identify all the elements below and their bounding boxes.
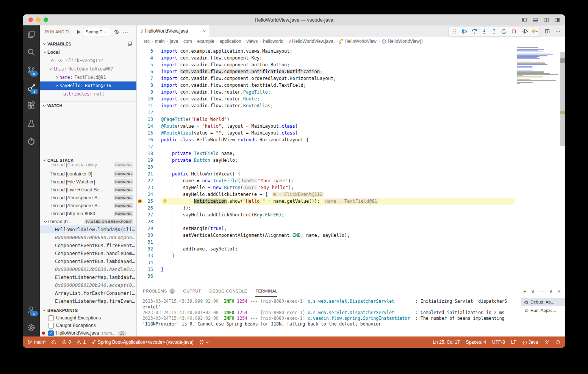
- stack-frame-row[interactable]: 0x000000080130b240.accept(Object): [40, 281, 136, 289]
- code-line-10[interactable]: 10import com.vaadin.flow.router.Route;: [137, 95, 515, 102]
- code-line-8[interactable]: 8import com.vaadin.flow.component.textfi…: [137, 82, 515, 89]
- line-number[interactable]: 12: [137, 109, 161, 116]
- code-line-text[interactable]: public HelloWorldView() {: [161, 171, 515, 177]
- layout-bottom-icon[interactable]: [532, 17, 538, 23]
- layout-grid-icon[interactable]: [554, 17, 560, 23]
- code-line-text[interactable]: [161, 239, 515, 246]
- code-line-24[interactable]: 24 sayHello.addClickListener(e → { e = C…: [137, 191, 515, 198]
- code-line-18[interactable]: 18 private TextField name;: [137, 150, 515, 157]
- variable-row-sayHello[interactable]: sayHello:Button@116: [40, 81, 136, 90]
- status-eol[interactable]: LF: [511, 340, 516, 345]
- tab-helloworldview[interactable]: J HelloWorldView.java ×: [137, 25, 210, 37]
- breadcrumb-item-helloworldview[interactable]: HelloWorldView(): [382, 39, 422, 44]
- layout-right-icon[interactable]: [543, 17, 549, 23]
- code-line-text[interactable]: import com.vaadin.flow.router.Route;: [161, 95, 515, 102]
- variable-row-e[interactable]: e:ClickEvent@112: [40, 56, 136, 65]
- code-line-19[interactable]: 19 private Button sayHello;: [137, 157, 515, 164]
- breadcrumb-item-helloworldview[interactable]: HelloWorldView: [338, 39, 376, 44]
- line-number[interactable]: 32: [137, 246, 161, 252]
- code-line-text[interactable]: setMargin(true);: [161, 225, 515, 232]
- status-publish-changes[interactable]: [51, 340, 56, 345]
- code-line-text[interactable]: [161, 273, 515, 280]
- breakpoint-row[interactable]: ✓HelloWorldView.javasrc/m...25: [40, 329, 136, 336]
- status-debug-launch[interactable]: Spring Boot-Application<vscode> (vscode-…: [91, 340, 194, 345]
- code-line-13[interactable]: 13@PageTitle("Hello World"): [137, 116, 515, 123]
- code-editor[interactable]: 3import com.example.application.views.Ma…: [137, 45, 565, 286]
- code-line-36[interactable]: 36: [137, 273, 515, 280]
- status-cursor-position[interactable]: Ln 25, Col 17: [433, 340, 460, 345]
- minimap[interactable]: [515, 45, 560, 96]
- code-line-text[interactable]: add(name, sayHello);: [161, 246, 515, 252]
- continue-button[interactable]: [460, 27, 469, 36]
- line-number[interactable]: 33: [137, 252, 161, 259]
- variable-row-name[interactable]: name:TextField@81: [40, 73, 136, 81]
- code-line-35[interactable]: 35}: [137, 266, 515, 273]
- breakpoints-section-header[interactable]: BREAKPOINTS: [40, 306, 136, 314]
- variable-row-this[interactable]: this:HelloWorldView@67: [40, 65, 136, 73]
- breakpoint-checkbox[interactable]: [48, 323, 54, 329]
- terminal-options-icon[interactable]: ∨: [531, 288, 535, 294]
- code-line-text[interactable]: private Button sayHello;: [161, 157, 515, 164]
- status-git-branch[interactable]: main*: [27, 340, 46, 345]
- status-errors[interactable]: 0: [62, 340, 71, 345]
- line-number[interactable]: 27: [137, 211, 161, 218]
- variable-row-Local[interactable]: Local: [40, 48, 136, 56]
- terminal-instance-debugap[interactable]: Debug: Ap...: [521, 298, 565, 306]
- panel-tab-terminal[interactable]: TERMINAL: [255, 286, 277, 297]
- thread-row[interactable]: Thread [Live Reload Se...RUNNING: [40, 186, 136, 194]
- run-java-button[interactable]: [521, 27, 530, 35]
- breadcrumb-item-main[interactable]: main: [155, 39, 165, 44]
- stack-frame-row[interactable]: ComponentEventBus.lambda$addDomTr: [40, 257, 136, 265]
- breadcrumb-item-helloworldviewjava[interactable]: JHelloWorldView.java: [289, 39, 333, 44]
- code-line-26[interactable]: 26 });: [137, 205, 515, 211]
- line-number[interactable]: 31: [137, 239, 161, 246]
- code-line-text[interactable]: @PageTitle("Hello World"): [161, 116, 515, 123]
- collapse-all-icon[interactable]: [127, 41, 133, 47]
- stack-frame-row[interactable]: ComponentEventBus.fireEventForLis: [40, 241, 136, 249]
- code-line-20[interactable]: 20: [137, 164, 515, 171]
- code-line-29[interactable]: 29 setMargin(true);: [137, 225, 515, 232]
- code-line-text[interactable]: sayHello = new Button(text:"Say hello");: [161, 184, 515, 191]
- code-line-text[interactable]: import com.vaadin.flow.component.notific…: [161, 68, 515, 75]
- line-number[interactable]: 26: [137, 205, 161, 211]
- line-number[interactable]: 30: [137, 232, 161, 239]
- code-line-text[interactable]: });: [161, 205, 515, 211]
- breakpoint-row[interactable]: Uncaught Exceptions: [40, 314, 136, 322]
- status-java-status[interactable]: ✓: [199, 340, 210, 345]
- thread-row[interactable]: Thread [Atmosphere-S...RUNNING: [40, 202, 136, 210]
- code-line-text[interactable]: [161, 109, 515, 116]
- editor-scrollbar[interactable]: [560, 45, 565, 286]
- stop-button[interactable]: [509, 27, 518, 36]
- code-line-text[interactable]: [161, 143, 515, 150]
- code-line-33[interactable]: 33 }: [137, 252, 515, 259]
- code-line-11[interactable]: 11import com.vaadin.flow.router.RouteAli…: [137, 102, 515, 109]
- activity-item-manage[interactable]: [23, 319, 40, 336]
- code-line-text[interactable]: }: [161, 266, 515, 273]
- maximize-panel-icon[interactable]: ∧: [549, 288, 553, 294]
- line-number[interactable]: 14: [137, 123, 161, 130]
- stack-frame-row[interactable]: ElementListenerMap.fireEvent(DomE: [40, 297, 136, 305]
- code-line-14[interactable]: 14@Route(value = "hello", layout = MainL…: [137, 123, 515, 130]
- code-line-text[interactable]: import com.example.application.views.Mai…: [161, 48, 515, 55]
- thread-row[interactable]: Thread [Catalina-utility...RUNNING: [40, 162, 136, 167]
- thread-row[interactable]: Thread [File Watcher]RUNNING: [40, 178, 136, 186]
- code-line-32[interactable]: 32 add(name, sayHello);: [137, 246, 515, 252]
- code-line-text[interactable]: import com.vaadin.flow.component.textfie…: [161, 82, 515, 89]
- code-line-4[interactable]: 4import com.vaadin.flow.component.Key;: [137, 55, 515, 61]
- code-line-7[interactable]: 7import com.vaadin.flow.component.ordere…: [137, 75, 515, 82]
- more-icon[interactable]: ···: [540, 288, 545, 294]
- breadcrumb-item-application[interactable]: application: [219, 39, 241, 44]
- code-line-28[interactable]: 28: [137, 218, 515, 225]
- line-number[interactable]: 19: [137, 157, 161, 164]
- line-number[interactable]: 24: [137, 191, 161, 198]
- close-panel-icon[interactable]: ×: [558, 288, 561, 294]
- code-line-16[interactable]: 16public class HelloWorldView extends Ho…: [137, 136, 515, 143]
- breadcrumb-item-helloworld[interactable]: helloworld: [263, 39, 283, 44]
- stack-frame-row[interactable]: ArrayList.forEach(Consumer) A: [40, 289, 136, 297]
- line-number[interactable]: 9: [137, 89, 161, 95]
- status-warnings[interactable]: 1: [76, 340, 86, 345]
- code-line-34[interactable]: 34: [137, 259, 515, 266]
- close-window-button[interactable]: [28, 17, 33, 22]
- line-number[interactable]: 36: [137, 273, 161, 280]
- line-number[interactable]: 20: [137, 164, 161, 171]
